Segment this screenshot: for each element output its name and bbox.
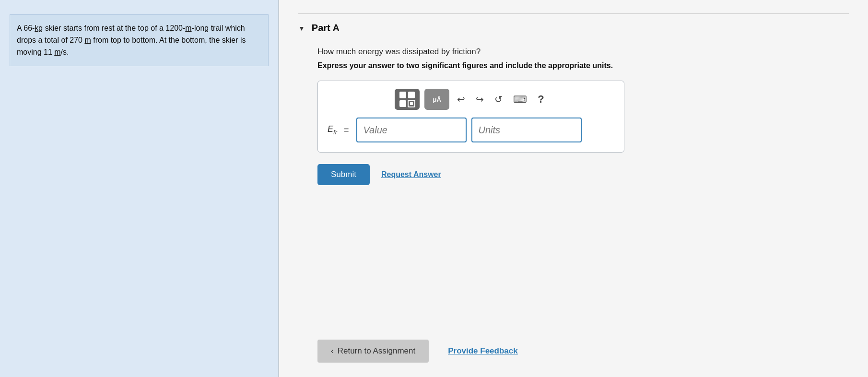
- return-arrow-icon: ‹: [331, 346, 334, 356]
- part-header: ▼ Part A: [279, 14, 868, 34]
- refresh-button[interactable]: ↺: [492, 92, 505, 107]
- keyboard-button[interactable]: ⌨: [510, 92, 530, 107]
- svg-rect-0: [399, 92, 406, 98]
- mu-label: μÅ: [433, 96, 441, 103]
- equals-sign: =: [344, 125, 349, 135]
- redo-button[interactable]: ↪: [473, 92, 487, 107]
- request-answer-link[interactable]: Request Answer: [381, 170, 441, 179]
- value-input[interactable]: [356, 118, 467, 142]
- return-to-assignment-button[interactable]: ‹ Return to Assignment: [317, 340, 429, 363]
- equation-label: Efr: [328, 124, 337, 136]
- help-button[interactable]: ?: [535, 91, 547, 107]
- part-collapse-arrow[interactable]: ▼: [298, 24, 305, 32]
- grid-button[interactable]: [395, 89, 420, 110]
- svg-rect-4: [410, 102, 413, 105]
- equation-subscript: fr: [333, 129, 337, 136]
- mu-button[interactable]: μÅ: [424, 89, 449, 110]
- problem-text: A 66-kg skier starts from rest at the to…: [10, 14, 269, 66]
- part-title: Part A: [312, 23, 340, 34]
- units-input[interactable]: [471, 118, 582, 142]
- svg-rect-1: [408, 92, 415, 98]
- submit-button[interactable]: Submit: [317, 164, 370, 185]
- submit-row: Submit Request Answer: [317, 164, 849, 185]
- right-panel: ▼ Part A How much energy was dissipated …: [279, 0, 868, 377]
- grid-icon: [399, 91, 416, 108]
- input-row: Efr =: [328, 118, 614, 142]
- answer-box: μÅ ↩ ↪ ↺ ⌨ ? Efr =: [317, 81, 624, 153]
- bottom-bar: ‹ Return to Assignment Provide Feedback: [279, 325, 868, 377]
- left-panel: A 66-kg skier starts from rest at the to…: [0, 0, 278, 377]
- question-area: How much energy was dissipated by fricti…: [279, 34, 868, 185]
- undo-button[interactable]: ↩: [454, 92, 468, 107]
- express-instruction: Express your answer to two significant f…: [317, 61, 849, 70]
- question-text: How much energy was dissipated by fricti…: [317, 47, 849, 57]
- svg-rect-2: [399, 100, 406, 107]
- toolbar: μÅ ↩ ↪ ↺ ⌨ ?: [328, 89, 614, 110]
- return-btn-label: Return to Assignment: [338, 346, 416, 356]
- provide-feedback-link[interactable]: Provide Feedback: [448, 346, 518, 356]
